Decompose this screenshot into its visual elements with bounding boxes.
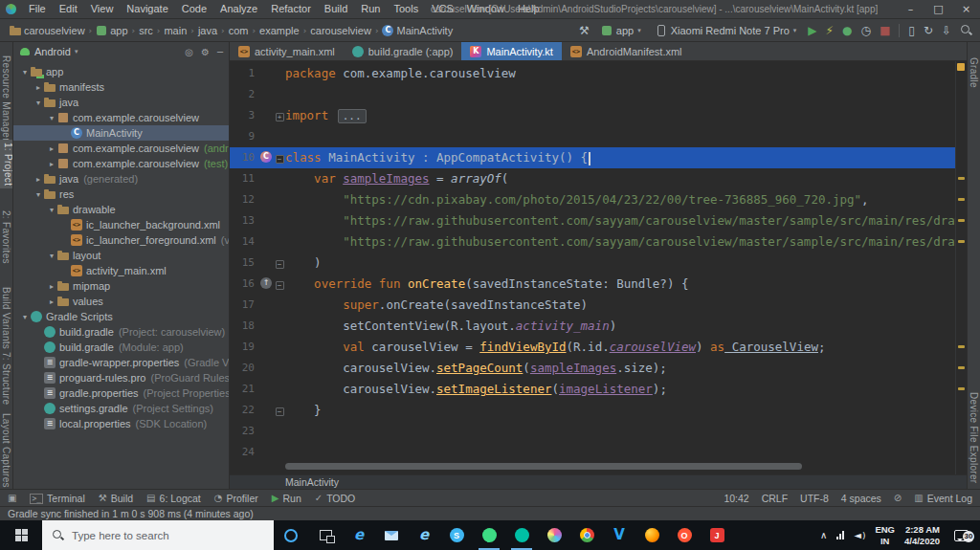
tool-stripe-device-file-explorer[interactable]: Device File Explorer — [969, 392, 979, 483]
code-line-18[interactable]: 18 setContentView(R.layout.activity_main… — [230, 316, 955, 337]
taskbar-app-red-j-app[interactable]: J — [701, 520, 733, 550]
menu-refactor[interactable]: Refactor — [264, 0, 318, 18]
tool-stripe-gradle[interactable]: Gradle — [969, 57, 979, 88]
gradle-sync-icon[interactable]: ↻ — [924, 25, 933, 36]
chevron-right-icon[interactable]: ▸ — [46, 160, 57, 168]
taskbar-app-chrome[interactable] — [570, 520, 603, 550]
taskbar-app-photos[interactable] — [538, 520, 570, 550]
tree-item-drawable[interactable]: ▾drawable — [13, 202, 229, 217]
chevron-right-icon[interactable]: ▸ — [46, 282, 57, 291]
tree-item-build-gradle[interactable]: build.gradle(Project: carouselview) — [13, 324, 229, 340]
code-line-14[interactable]: 14 "https://raw.githubusercontent.com/sa… — [230, 231, 955, 253]
code-line-12[interactable]: 12 "https://cdn.pixabay.com/photo/2015/0… — [230, 189, 955, 210]
tool-tab-profiler[interactable]: Profiler — [214, 493, 258, 504]
code-line-21[interactable]: 21 carouselView.setImageListener(imageLi… — [230, 379, 955, 400]
tool-stripe-favorites[interactable]: 2: Favorites — [1, 210, 11, 264]
chevron-down-icon[interactable]: ▾ — [46, 206, 57, 214]
taskbar-search[interactable]: Type here to search — [42, 520, 274, 550]
inspection-indicator[interactable] — [957, 63, 965, 71]
code-line-15[interactable]: 15− ) — [230, 253, 955, 274]
menu-tools[interactable]: Tools — [387, 0, 425, 18]
tree-item-com-example-carouselview[interactable]: ▾com.example.carouselview — [13, 110, 229, 125]
code-line-11[interactable]: 11 var sampleImages = arrayOf( — [230, 168, 955, 189]
tree-item-build-gradle[interactable]: build.gradle(Module: app) — [13, 340, 229, 355]
menu-navigate[interactable]: Navigate — [120, 0, 174, 18]
start-button[interactable] — [0, 520, 42, 550]
hidden-icons-chevron[interactable]: ∧ — [820, 530, 827, 540]
breadcrumb-app[interactable]: app — [94, 25, 129, 36]
tree-item-com-example-carouselview[interactable]: ▸com.example.carouselview(androidTest) — [13, 141, 229, 156]
menu-build[interactable]: Build — [318, 0, 354, 18]
warning-mark[interactable] — [958, 366, 965, 369]
debug-icon[interactable]: ● — [842, 25, 852, 36]
tree-item-mainactivity[interactable]: MainActivity — [13, 125, 229, 141]
device-select[interactable]: Xiaomi Redmi Note 7 Pro▾ — [653, 24, 800, 37]
tool-tab-toolwindow-switcher[interactable] — [8, 494, 16, 503]
tool-stripe-resource-manager[interactable]: Resource Manager — [1, 55, 11, 142]
chevron-right-icon[interactable]: ▸ — [46, 297, 57, 306]
code-line-1[interactable]: 1package com.example.carouselview — [230, 63, 955, 84]
tool-stripe-build-variants[interactable]: Build Variants — [1, 287, 11, 349]
code-line-16[interactable]: 16− override fun onCreate(savedInstanceS… — [230, 274, 955, 295]
warning-mark[interactable] — [958, 198, 965, 201]
chevron-right-icon[interactable]: ▸ — [33, 83, 44, 92]
tree-item-ic-launcher-foreground-xml[interactable]: ic_launcher_foreground.xml(v24) — [13, 232, 229, 248]
taskbar-app-mail[interactable] — [375, 520, 408, 550]
menu-view[interactable]: View — [84, 0, 121, 18]
project-view-selector[interactable]: Android — [34, 46, 71, 57]
editor-tab-mainactivity-kt[interactable]: MainActivity.kt — [461, 42, 561, 60]
tree-item-gradle-wrapper-properties[interactable]: gradle-wrapper.properties(Gradle Version… — [13, 355, 229, 370]
tree-item-layout[interactable]: ▾layout — [13, 248, 229, 263]
caret-position[interactable]: 10:42 — [724, 493, 748, 504]
breadcrumb-mainactivity[interactable]: MainActivity — [380, 25, 455, 36]
chevron-right-icon[interactable]: ▸ — [33, 175, 44, 184]
chevron-down-icon[interactable]: ▾ — [46, 252, 57, 260]
tree-item-java[interactable]: ▾java — [13, 95, 229, 110]
sdk-manager-icon[interactable]: ⇩ — [942, 25, 951, 36]
close-button[interactable]: × — [952, 0, 980, 18]
fold-marker[interactable]: − — [276, 407, 284, 416]
tree-item-app[interactable]: ▾app — [13, 64, 229, 79]
breadcrumb-carouselview[interactable]: carouselview — [308, 25, 373, 36]
hide-panel-icon[interactable]: ─ — [217, 47, 223, 57]
code-line-17[interactable]: 17 super.onCreate(savedInstanceState) — [230, 295, 955, 316]
code-line-2[interactable]: 2 — [230, 84, 955, 105]
search-everywhere-icon[interactable] — [960, 24, 972, 36]
task-view-button[interactable] — [308, 520, 343, 550]
warning-mark[interactable] — [958, 387, 965, 390]
tree-item-values[interactable]: ▸values — [13, 294, 229, 309]
menu-analyze[interactable]: Analyze — [213, 0, 264, 18]
code-line-10[interactable]: 10−class MainActivity : AppCompatActivit… — [230, 147, 955, 168]
gear-icon[interactable]: ⚙ — [201, 47, 210, 57]
editor-tab-activity-main-xml[interactable]: activity_main.xml — [230, 42, 344, 60]
horizontal-scrollbar[interactable] — [285, 463, 802, 470]
breadcrumb-src[interactable]: src — [137, 25, 155, 36]
fold-marker[interactable]: − — [276, 281, 284, 290]
chevron-down-icon[interactable]: ▾ — [33, 190, 44, 199]
tree-item-manifests[interactable]: ▸manifests — [13, 79, 229, 95]
network-icon[interactable] — [836, 531, 844, 539]
code-line-20[interactable]: 20 carouselView.setPageCount(sampleImage… — [230, 358, 955, 379]
breadcrumb-carouselview[interactable]: carouselview — [8, 25, 87, 36]
file-encoding[interactable]: UTF-8 — [800, 493, 829, 504]
taskbar-app-opera[interactable]: O — [668, 520, 701, 550]
warning-mark[interactable] — [958, 345, 965, 348]
warning-mark[interactable] — [958, 240, 965, 243]
code-line-24[interactable]: 24 — [230, 442, 955, 463]
fold-marker[interactable]: − — [276, 155, 284, 164]
locate-file-icon[interactable]: ◎ — [185, 47, 193, 57]
breadcrumb-example[interactable]: example — [257, 25, 301, 36]
build-hammer-icon[interactable]: ⚒ — [579, 25, 590, 36]
event-log[interactable]: Event Log — [914, 493, 972, 504]
tool-stripe-layout-captures[interactable]: Layout Captures — [1, 413, 11, 488]
tool-stripe-project[interactable]: 1: Project — [0, 140, 13, 188]
taskbar-app-firefox[interactable] — [635, 520, 668, 550]
menu-code[interactable]: Code — [175, 0, 213, 18]
run-icon[interactable]: ▶ — [808, 25, 816, 36]
tree-item-res[interactable]: ▾res — [13, 187, 229, 202]
chevron-down-icon[interactable]: ▾ — [19, 68, 31, 77]
chevron-down-icon[interactable]: ▾ — [19, 313, 31, 321]
indent-size[interactable]: 4 spaces — [841, 493, 881, 504]
device-manager-icon[interactable]: ▯ — [908, 25, 915, 36]
code-line-13[interactable]: 13 "https://raw.githubusercontent.com/sa… — [230, 210, 955, 231]
